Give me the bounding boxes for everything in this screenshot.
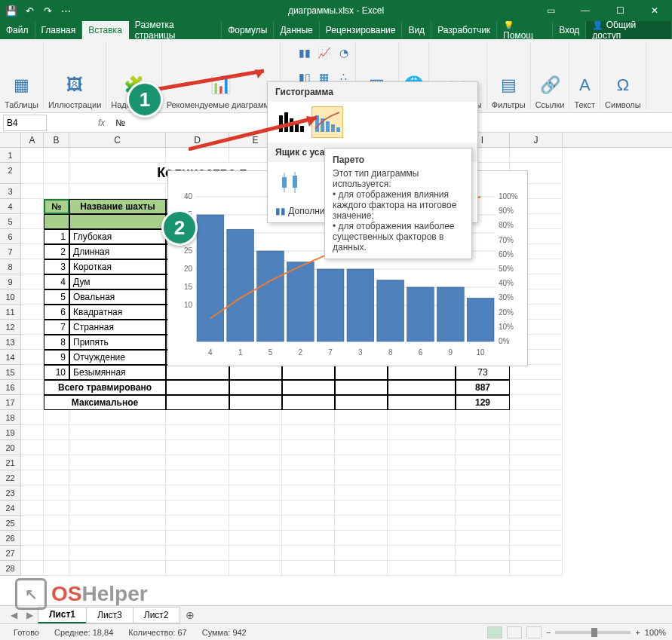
ribbon-group-links[interactable]: 🔗Ссылки <box>531 42 570 109</box>
tab-view[interactable]: Вид <box>402 21 431 39</box>
svg-rect-9 <box>336 127 340 132</box>
row-header[interactable]: 3 <box>0 184 21 199</box>
recommended-charts-button[interactable]: 📊Рекомендуемые диаграммы <box>162 42 281 109</box>
svg-text:5: 5 <box>268 348 273 357</box>
svg-rect-57 <box>437 287 464 341</box>
svg-text:7: 7 <box>328 348 333 357</box>
svg-text:6: 6 <box>419 348 423 357</box>
qat-more-icon[interactable]: ⋯ <box>59 4 72 17</box>
tab-home[interactable]: Главная <box>35 21 83 39</box>
svg-rect-43 <box>227 229 254 341</box>
ribbon-group-illustrations[interactable]: 🖼Иллюстрации <box>44 42 106 109</box>
svg-text:60%: 60% <box>499 250 514 259</box>
zoom-level[interactable]: 100% <box>645 628 666 637</box>
tab-file[interactable]: Файл <box>0 21 35 39</box>
new-sheet-button[interactable]: ⊕ <box>180 609 201 621</box>
pareto-option[interactable] <box>311 106 343 138</box>
col-header[interactable]: D <box>166 133 229 147</box>
svg-text:20%: 20% <box>499 308 514 317</box>
svg-text:70%: 70% <box>499 236 514 244</box>
tab-formulas[interactable]: Формулы <box>222 21 274 39</box>
svg-rect-8 <box>331 124 335 132</box>
tab-insert[interactable]: Вставка <box>82 21 129 39</box>
tab-developer[interactable]: Разработчик <box>431 21 497 39</box>
col-header[interactable]: C <box>69 133 166 147</box>
status-average: Среднее: 18,84 <box>47 628 121 637</box>
svg-text:10%: 10% <box>499 323 514 331</box>
svg-text:3: 3 <box>358 348 363 357</box>
ribbon-group-tables[interactable]: ▦Таблицы <box>0 42 44 109</box>
sheet-nav-next-icon[interactable]: ▶ <box>22 610 38 620</box>
pie-chart-icon[interactable]: ◔ <box>334 44 354 62</box>
svg-rect-7 <box>326 121 330 132</box>
status-sum: Сумма: 942 <box>195 628 254 637</box>
table-row: 1510Безымянная73 <box>0 365 672 380</box>
tab-page-layout[interactable]: Разметка страницы <box>129 21 222 39</box>
svg-text:10: 10 <box>184 301 193 309</box>
line-chart-icon[interactable]: 📈 <box>315 44 334 62</box>
column-chart-icon[interactable]: ▮▮ <box>295 44 315 62</box>
sheet-nav-prev-icon[interactable]: ◀ <box>6 610 22 620</box>
redo-icon[interactable]: ↷ <box>41 4 54 17</box>
svg-rect-49 <box>317 269 344 341</box>
svg-text:4: 4 <box>208 348 213 357</box>
svg-text:100%: 100% <box>499 192 518 201</box>
tooltip-body: • для отображения наиболее существенных … <box>333 221 464 253</box>
view-pagebreak-icon[interactable] <box>526 626 542 638</box>
titlebar: 💾 ↶ ↷ ⋯ диаграммы.xlsx - Excel ▭ — ☐ ✕ <box>0 0 672 21</box>
name-box[interactable]: B4 <box>3 115 47 131</box>
table-header[interactable]: № <box>44 199 69 214</box>
row-header[interactable]: 5 <box>0 214 21 229</box>
watermark: ↖ OSHelper <box>15 578 148 610</box>
fx-icon[interactable]: fx <box>92 118 111 128</box>
sign-in[interactable]: Вход <box>553 21 586 39</box>
table-header[interactable]: Название шахты <box>69 199 166 214</box>
histogram-option[interactable] <box>275 106 307 138</box>
svg-rect-47 <box>287 262 314 341</box>
minimize-icon[interactable]: — <box>568 0 603 21</box>
svg-text:25: 25 <box>184 247 193 255</box>
view-normal-icon[interactable] <box>487 626 502 638</box>
tab-review[interactable]: Рецензирование <box>320 21 403 39</box>
col-header[interactable]: A <box>21 133 44 147</box>
col-header[interactable]: B <box>44 133 69 147</box>
maximize-icon[interactable]: ☐ <box>603 0 637 21</box>
svg-text:40%: 40% <box>499 279 514 287</box>
tab-data[interactable]: Данные <box>274 21 319 39</box>
col-header[interactable]: J <box>510 133 563 147</box>
ribbon-group-text[interactable]: AТекст <box>569 42 600 109</box>
svg-rect-2 <box>290 118 293 132</box>
row-header[interactable]: 1 <box>0 148 21 163</box>
svg-text:30%: 30% <box>499 293 514 302</box>
view-pagelayout-icon[interactable] <box>507 626 522 638</box>
svg-rect-1 <box>284 112 288 132</box>
boxplot-option[interactable] <box>275 167 307 198</box>
close-icon[interactable]: ✕ <box>637 0 672 21</box>
svg-text:20: 20 <box>184 265 193 273</box>
symbol-icon: Ω <box>617 70 629 100</box>
row-header[interactable]: 4 <box>0 199 21 214</box>
watermark-icon: ↖ <box>15 578 47 610</box>
svg-text:15: 15 <box>184 283 193 291</box>
row-header[interactable]: 2 <box>0 163 21 184</box>
zoom-in-icon[interactable]: + <box>635 628 640 637</box>
svg-rect-53 <box>377 280 404 341</box>
svg-rect-3 <box>295 123 299 132</box>
ribbon-options-icon[interactable]: ▭ <box>533 0 568 21</box>
select-all-corner[interactable] <box>0 133 21 147</box>
undo-icon[interactable]: ↶ <box>23 4 36 17</box>
tell-me[interactable]: 💡 Помощ <box>497 21 553 39</box>
share-button[interactable]: 👤 Общий доступ <box>586 21 672 39</box>
ribbon-group-filters[interactable]: ▤Фильтры <box>487 42 531 109</box>
zoom-slider[interactable] <box>555 631 631 634</box>
table-max-row: 17Максимальное129 <box>0 395 672 410</box>
svg-text:40: 40 <box>184 192 193 201</box>
svg-text:50%: 50% <box>499 265 514 273</box>
save-icon[interactable]: 💾 <box>5 4 18 17</box>
chart-icon: 📊 <box>210 70 231 100</box>
zoom-out-icon[interactable]: − <box>546 628 551 637</box>
ribbon-group-symbols[interactable]: ΩСимволы <box>600 42 646 109</box>
text-icon: A <box>579 70 591 100</box>
svg-text:8: 8 <box>388 348 393 357</box>
quick-access-toolbar: 💾 ↶ ↷ ⋯ <box>0 4 77 17</box>
